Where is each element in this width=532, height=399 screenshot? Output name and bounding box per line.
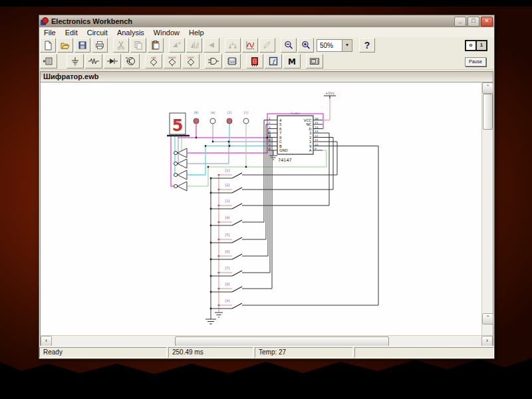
ground-symbol-main[interactable] <box>205 319 216 324</box>
menu-analysis[interactable]: Analysis <box>112 29 149 37</box>
ground-symbol-bus[interactable] <box>215 313 223 317</box>
probe-lamp[interactable] <box>210 118 215 124</box>
svg-text:C: C <box>279 140 282 144</box>
scroll-down-icon[interactable]: ˇ <box>482 313 493 325</box>
svg-text:10: 10 <box>315 143 319 146</box>
zoom-level-combobox[interactable]: 50% ▾ <box>317 39 352 52</box>
svg-text:3: 3 <box>309 131 312 135</box>
zoom-out-button[interactable] <box>281 38 297 53</box>
basic-bin-button[interactable] <box>85 54 102 68</box>
menu-help[interactable]: Help <box>184 29 209 37</box>
svg-text:B: B <box>279 144 282 148</box>
svg-text:8: 8 <box>269 147 271 150</box>
probe-lamp[interactable] <box>194 118 199 124</box>
svg-text:5: 5 <box>269 134 271 138</box>
switch-levers[interactable] <box>232 173 242 309</box>
encoder-chip-74147[interactable]: Coder 74147 1 2 3 4 5 6 7 8 <box>268 112 323 164</box>
probe-indicators[interactable]: [8] [4] [2] [1] <box>194 111 249 124</box>
power-off-label: o <box>466 41 475 50</box>
svg-text:7: 7 <box>279 131 282 135</box>
status-bar: Ready 250.49 ms Temp: 27 <box>39 346 494 358</box>
chip-right-pin-numbers: 16 15 14 13 12 11 10 9 <box>315 117 319 151</box>
svg-text:9: 9 <box>315 147 317 150</box>
zoom-level-value: 50% <box>317 42 342 49</box>
parts-bin-toolbar: ANA MIXED DIGIT 10 f M <box>39 53 494 70</box>
favorites-bin-button[interactable] <box>40 54 57 68</box>
graphs-button[interactable] <box>242 38 258 53</box>
svg-text:4: 4 <box>269 130 271 133</box>
open-file-button[interactable] <box>57 38 73 53</box>
document-title[interactable]: Шифратор.ewb <box>41 72 493 82</box>
horizontal-scrollbar[interactable]: ‹ › <box>41 335 493 346</box>
svg-text:8: 8 <box>279 136 282 140</box>
svg-text:1: 1 <box>309 140 312 144</box>
svg-text:f: f <box>272 59 276 65</box>
svg-text:5: 5 <box>279 122 282 126</box>
logic-gates-bin-button[interactable] <box>205 54 222 68</box>
svg-text:12: 12 <box>315 134 319 138</box>
transistors-bin-button[interactable] <box>122 54 140 68</box>
probe-label: [4] <box>211 111 215 114</box>
new-file-button[interactable] <box>40 38 56 53</box>
circuit-canvas[interactable]: 5 [8] [4] [2] [1] <box>41 82 481 335</box>
horizontal-scroll-thumb[interactable] <box>175 336 389 346</box>
vertical-scrollbar[interactable]: ˆ ˇ <box>481 82 493 335</box>
zoom-in-button[interactable] <box>298 38 314 53</box>
horizontal-scroll-track[interactable] <box>52 336 481 346</box>
status-temperature: Temp: 27 <box>255 347 353 358</box>
seven-segment-display[interactable]: 5 <box>170 113 186 135</box>
mixed-ics-bin-button[interactable]: MIXED <box>164 54 181 68</box>
vertical-scroll-thumb[interactable] <box>483 94 493 130</box>
svg-text:2: 2 <box>309 136 312 140</box>
svg-text:2: 2 <box>269 121 271 124</box>
svg-text:[7]: [7] <box>225 267 230 270</box>
probe-label: [8] <box>194 111 199 114</box>
diodes-bin-button[interactable] <box>104 54 121 68</box>
ground-symbol-chip[interactable] <box>269 150 277 160</box>
svg-text:11: 11 <box>315 138 319 142</box>
analog-ics-bin-button[interactable]: ANA <box>145 54 162 68</box>
rotate-button-disabled <box>169 38 185 53</box>
help-button[interactable]: ? <box>359 38 375 53</box>
window-titlebar[interactable]: Electronics Workbench _ □ × <box>39 15 494 28</box>
chevron-down-icon[interactable]: ▾ <box>342 40 352 51</box>
menu-file[interactable]: File <box>39 29 61 37</box>
scroll-up-icon[interactable]: ˆ <box>482 82 493 94</box>
svg-text:[5]: [5] <box>225 233 230 237</box>
svg-text:[2]: [2] <box>225 184 230 187</box>
svg-text:14: 14 <box>315 126 319 129</box>
print-button[interactable] <box>92 38 108 53</box>
instruments-bin-button[interactable] <box>306 54 323 68</box>
digital-ics-bin-button[interactable]: DIGIT <box>182 54 200 68</box>
probe-lamp[interactable] <box>243 118 249 124</box>
inverter-gates[interactable] <box>174 148 187 191</box>
save-button[interactable] <box>74 38 90 53</box>
menu-circuit[interactable]: Circuit <box>82 29 112 37</box>
probe-lamp[interactable] <box>227 118 232 124</box>
app-icon <box>41 17 49 25</box>
menu-window[interactable]: Window <box>149 29 184 37</box>
miscellaneous-bin-button[interactable]: M <box>283 54 301 68</box>
digital-bin-button[interactable]: 10 <box>223 54 241 68</box>
flip-vertical-button-disabled <box>186 38 202 53</box>
sources-bin-button[interactable] <box>66 54 84 68</box>
chip-left-pin-numbers: 1 2 3 4 5 6 7 8 <box>269 117 271 151</box>
close-button[interactable]: × <box>481 17 493 27</box>
minimize-button[interactable]: _ <box>454 17 466 27</box>
switch-labels: [1] [2] [3] [4] [5] [6] [7] [8] [9] <box>225 169 230 303</box>
svg-text:15: 15 <box>315 121 319 124</box>
status-sim-time: 250.49 ms <box>168 347 253 358</box>
menu-edit[interactable]: Edit <box>61 29 82 37</box>
svg-text:4: 4 <box>279 118 282 122</box>
slide-background: { "window": { "title": "Electronics Work… <box>0 0 532 399</box>
pause-button[interactable]: Pause <box>465 57 486 66</box>
svg-text:10: 10 <box>230 60 235 64</box>
restore-button[interactable]: □ <box>467 17 479 27</box>
controls-bin-button[interactable]: f <box>265 54 282 68</box>
vcc-label: +Vcc <box>325 91 334 95</box>
display-digit: 5 <box>172 116 184 135</box>
indicators-bin-button[interactable] <box>246 54 263 68</box>
paste-button[interactable] <box>148 38 164 53</box>
vcc-terminal[interactable] <box>324 96 336 98</box>
power-switch[interactable]: o 1 <box>465 40 487 51</box>
